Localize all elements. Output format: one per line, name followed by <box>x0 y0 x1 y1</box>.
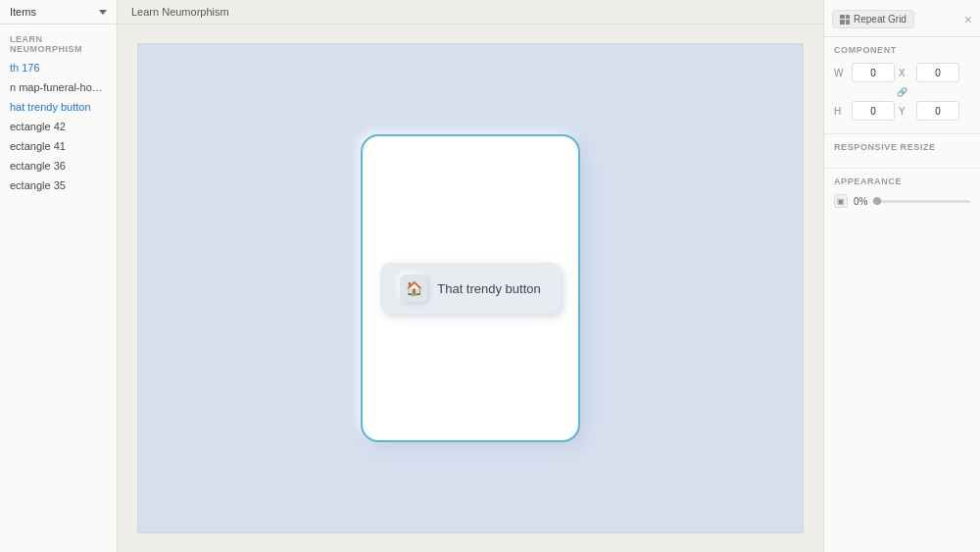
button-icon-wrapper: 🏠 <box>400 275 427 302</box>
button-label: That trendy button <box>437 281 541 296</box>
appearance-section: APPEARANCE ▣ 0% <box>824 169 980 216</box>
sidebar-item-0[interactable]: th 176 <box>0 58 117 77</box>
chevron-down-icon <box>99 10 107 15</box>
y-label: Y <box>899 106 912 117</box>
artboard: 🏠 That trendy button <box>137 43 804 533</box>
appearance-section-title: APPEARANCE <box>834 176 970 186</box>
dropdown-label: Items <box>10 6 36 18</box>
component-section-title: COMPONENT <box>834 45 970 55</box>
opacity-icon: ▣ <box>834 194 848 208</box>
responsive-section-title: RESPONSIVE RESIZE <box>834 142 970 152</box>
h-label: H <box>834 106 848 117</box>
opacity-row: ▣ 0% <box>834 194 970 208</box>
responsive-section: RESPONSIVE RESIZE <box>824 134 980 169</box>
home-icon: 🏠 <box>406 280 422 296</box>
link-icon: 🔗 <box>897 87 907 97</box>
sidebar-section-title: LEARN NEUMORPHISM <box>0 25 117 58</box>
opacity-value: 0% <box>854 196 867 207</box>
repeat-grid-button[interactable]: Repeat Grid <box>832 10 914 28</box>
left-sidebar: Items LEARN NEUMORPHISM th 176 n map-fun… <box>0 0 118 552</box>
main-area: Learn Neumorphism 🏠 That trendy button <box>118 0 823 552</box>
repeat-grid-label: Repeat Grid <box>854 14 906 25</box>
neumorphic-button[interactable]: 🏠 That trendy button <box>380 263 561 314</box>
canvas-title: Learn Neumorphism <box>118 0 823 25</box>
canvas-area[interactable]: 🏠 That trendy button <box>118 25 823 552</box>
items-dropdown[interactable]: Items <box>0 0 117 25</box>
card-component[interactable]: 🏠 That trendy button <box>363 136 578 440</box>
w-label: W <box>834 68 848 78</box>
h-input[interactable] <box>852 101 895 121</box>
component-section: COMPONENT W X 🔗 H Y <box>824 37 980 134</box>
x-label: X <box>899 68 912 78</box>
repeat-grid-icon <box>840 15 850 25</box>
y-input[interactable] <box>916 101 959 121</box>
x-input[interactable] <box>916 63 959 82</box>
w-input[interactable] <box>852 63 895 82</box>
right-panel: Repeat Grid × COMPONENT W X 🔗 H Y RESPON… <box>823 0 980 552</box>
sidebar-item-3[interactable]: ectangle 42 <box>0 117 117 136</box>
sidebar-item-5[interactable]: ectangle 36 <box>0 156 117 176</box>
sidebar-item-4[interactable]: ectangle 41 <box>0 136 117 156</box>
sidebar-item-1[interactable]: n map-funeral-home <box>0 77 117 97</box>
sidebar-item-6[interactable]: ectangle 35 <box>0 176 117 195</box>
w-x-row: W X <box>834 63 970 82</box>
panel-toolbar: Repeat Grid × <box>824 6 980 37</box>
opacity-slider[interactable] <box>873 200 970 203</box>
sidebar-item-2[interactable]: hat trendy button <box>0 97 117 117</box>
opacity-slider-thumb <box>873 197 881 205</box>
h-y-row: H Y <box>834 101 970 121</box>
close-icon[interactable]: × <box>964 13 972 26</box>
